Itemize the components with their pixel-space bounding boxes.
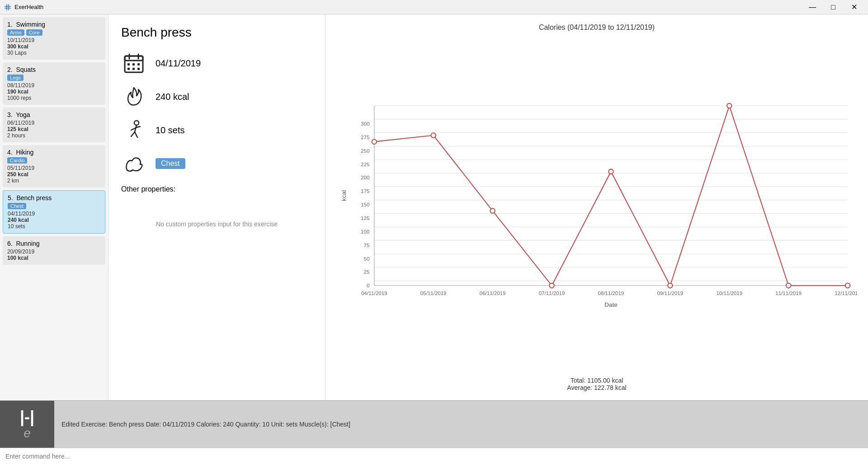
svg-rect-3 <box>8 4 9 10</box>
svg-text:175: 175 <box>361 188 369 194</box>
chart-svg: 0 25 50 75 100 125 150 175 200 225 250 2… <box>336 37 857 373</box>
svg-point-66 <box>727 103 731 108</box>
sidebar: 1. Swimming ArmsCore 10/11/2019 300 kcal… <box>0 14 108 400</box>
no-props-text: No custom properties input for this exer… <box>121 220 312 228</box>
svg-point-62 <box>490 208 495 213</box>
item-title: 5. Bench press <box>8 194 100 202</box>
svg-text:200: 200 <box>361 175 369 180</box>
main-content: 1. Swimming ArmsCore 10/11/2019 300 kcal… <box>0 14 868 400</box>
app-logo <box>4 3 12 11</box>
chart-average: Average: 122.78 kcal <box>336 384 857 391</box>
svg-point-14 <box>134 121 139 125</box>
detail-sets-row: 10 sets <box>121 117 312 143</box>
titlebar-controls: — □ ✕ <box>802 0 864 14</box>
tag-legs: Legs <box>7 75 24 81</box>
item-tags: Legs <box>7 75 101 81</box>
item-qty: 2 km <box>7 178 101 184</box>
detail-date-row: 04/11/2019 <box>121 51 312 76</box>
flame-icon <box>121 84 146 109</box>
chart-stats: Total: 1105.00 kcal Average: 122.78 kcal <box>336 377 857 391</box>
detail-date: 04/11/2019 <box>156 58 201 69</box>
statusbar: |-| e Edited Exercise: Bench press Date:… <box>0 400 868 448</box>
chart-container: 0 25 50 75 100 125 150 175 200 225 250 2… <box>336 37 857 373</box>
svg-text:0: 0 <box>367 283 369 288</box>
svg-text:08/11/2019: 08/11/2019 <box>598 291 624 296</box>
item-date: 08/11/2019 <box>7 82 101 89</box>
item-title: 4. Hiking <box>7 149 101 156</box>
svg-text:125: 125 <box>361 216 369 221</box>
svg-text:11/11/2019: 11/11/2019 <box>775 291 802 296</box>
other-props-title: Other properties: <box>121 185 312 193</box>
chart-total: Total: 1105.00 kcal <box>336 377 857 384</box>
sidebar-item-running[interactable]: 6. Running 20/09/2019 100 kcal <box>3 236 105 265</box>
logo-h: |-| <box>20 409 34 425</box>
sidebar-item-swimming[interactable]: 1. Swimming ArmsCore 10/11/2019 300 kcal… <box>3 17 105 60</box>
calendar-icon <box>121 51 146 76</box>
svg-point-60 <box>372 139 377 144</box>
svg-point-65 <box>668 283 672 288</box>
svg-line-17 <box>135 132 137 137</box>
muscle-icon <box>121 151 146 176</box>
sidebar-item-hiking[interactable]: 4. Hiking Cardio 05/11/2019 250 kcal 2 k… <box>3 145 105 187</box>
detail-kcal: 240 kcal <box>156 92 189 102</box>
svg-text:06/11/2019: 06/11/2019 <box>480 291 506 296</box>
svg-rect-1 <box>5 8 11 9</box>
svg-rect-10 <box>137 63 140 66</box>
svg-text:09/11/2019: 09/11/2019 <box>657 291 684 296</box>
item-kcal: 190 kcal <box>7 89 101 95</box>
detail-title: Bench press <box>121 25 312 40</box>
svg-line-16 <box>131 132 135 136</box>
item-tags: ArmsCore <box>7 29 101 36</box>
sidebar-item-squats[interactable]: 2. Squats Legs 08/11/2019 190 kcal 1000 … <box>3 62 105 105</box>
minimize-button[interactable]: — <box>802 0 823 14</box>
item-kcal: 240 kcal <box>8 217 100 223</box>
svg-rect-13 <box>137 68 140 70</box>
item-title: 2. Squats <box>7 66 101 73</box>
svg-text:04/11/2019: 04/11/2019 <box>361 291 387 296</box>
item-title: 6. Running <box>7 240 101 247</box>
item-tags: Cardio <box>7 157 101 164</box>
svg-text:225: 225 <box>361 162 369 167</box>
item-date: 20/09/2019 <box>7 248 101 255</box>
svg-text:275: 275 <box>361 135 369 140</box>
detail-sets: 10 sets <box>156 125 184 136</box>
item-qty: 10 sets <box>8 223 100 230</box>
svg-text:05/11/2019: 05/11/2019 <box>420 291 447 296</box>
svg-text:50: 50 <box>363 256 369 262</box>
sidebar-item-yoga[interactable]: 3. Yoga 06/11/2019 125 kcal 2 hours <box>3 108 105 142</box>
svg-text:12/11/2019: 12/11/2019 <box>835 291 857 296</box>
svg-rect-5 <box>125 56 143 61</box>
statusbar-logo: |-| e <box>0 401 54 448</box>
svg-text:150: 150 <box>361 202 369 207</box>
svg-point-68 <box>845 283 850 288</box>
svg-text:25: 25 <box>363 269 369 275</box>
maximize-button[interactable]: □ <box>823 0 844 14</box>
item-date: 06/11/2019 <box>7 120 101 126</box>
close-button[interactable]: ✕ <box>844 0 864 14</box>
svg-line-19 <box>137 127 140 127</box>
muscle-tag: Chest <box>156 158 185 169</box>
svg-text:250: 250 <box>361 148 369 154</box>
svg-point-63 <box>549 283 554 288</box>
svg-text:07/11/2019: 07/11/2019 <box>539 291 565 296</box>
tag-arms: Arms <box>7 29 24 36</box>
svg-rect-8 <box>127 63 130 66</box>
item-date: 10/11/2019 <box>7 37 101 43</box>
svg-text:kcal: kcal <box>340 190 347 201</box>
chart-title: Calories (04/11/2019 to 12/11/2019) <box>336 23 857 32</box>
bottom-bar: |-| e Edited Exercise: Bench press Date:… <box>0 400 868 464</box>
svg-text:100: 100 <box>361 229 369 234</box>
sidebar-item-bench-press[interactable]: 5. Bench press Chest 04/11/2019 240 kcal… <box>3 190 105 234</box>
statusbar-message: Edited Exercise: Bench press Date: 04/11… <box>54 401 868 448</box>
svg-point-61 <box>431 133 435 137</box>
svg-rect-9 <box>132 63 135 66</box>
svg-text:75: 75 <box>363 243 369 248</box>
item-kcal: 300 kcal <box>7 43 101 50</box>
item-date: 05/11/2019 <box>7 165 101 171</box>
tag-chest: Chest <box>8 203 26 209</box>
svg-text:Date: Date <box>604 301 618 308</box>
item-kcal: 125 kcal <box>7 126 101 132</box>
item-kcal: 250 kcal <box>7 171 101 178</box>
item-date: 04/11/2019 <box>8 211 100 217</box>
command-input[interactable] <box>0 448 868 464</box>
